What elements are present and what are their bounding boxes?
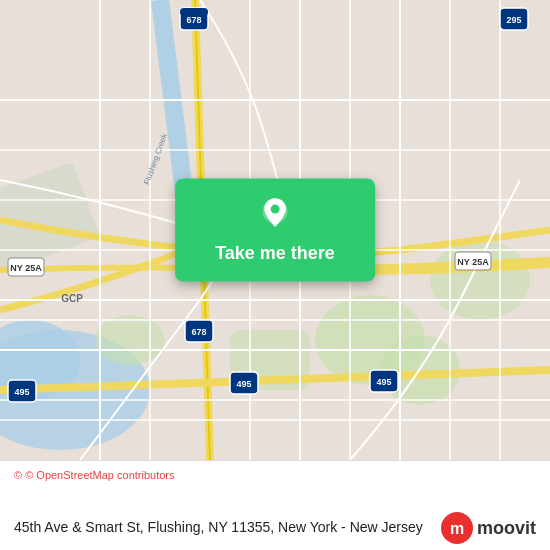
take-me-there-overlay: Take me there [175,179,375,282]
moovit-text: moovit [477,518,536,539]
svg-text:495: 495 [14,387,29,397]
attribution-link: © OpenStreetMap contributors [25,469,174,481]
svg-point-51 [270,205,279,214]
location-pin-icon [257,197,293,233]
svg-text:NY 25A: NY 25A [457,257,489,267]
take-me-there-button[interactable]: Take me there [175,179,375,282]
footer: © © OpenStreetMap contributors 45th Ave … [0,460,550,550]
svg-text:NY 25A: NY 25A [10,263,42,273]
svg-text:678: 678 [186,15,201,25]
address-text: 45th Ave & Smart St, Flushing, NY 11355,… [14,518,431,538]
address-row: 45th Ave & Smart St, Flushing, NY 11355,… [14,512,536,544]
svg-rect-31 [180,8,208,16]
moovit-logo: m moovit [441,512,536,544]
attribution: © © OpenStreetMap contributors [14,469,536,481]
svg-text:m: m [450,520,464,537]
svg-text:GCP: GCP [61,293,83,304]
map-container: 678 678 295 NY 25A NY 25A NY 25A GCP 495… [0,0,550,460]
svg-text:495: 495 [236,379,251,389]
svg-point-6 [95,315,165,365]
svg-text:678: 678 [191,327,206,337]
attribution-copy: © [14,469,22,481]
take-me-there-label: Take me there [215,243,335,264]
moovit-logo-icon: m [441,512,473,544]
svg-text:495: 495 [376,377,391,387]
svg-text:295: 295 [506,15,521,25]
